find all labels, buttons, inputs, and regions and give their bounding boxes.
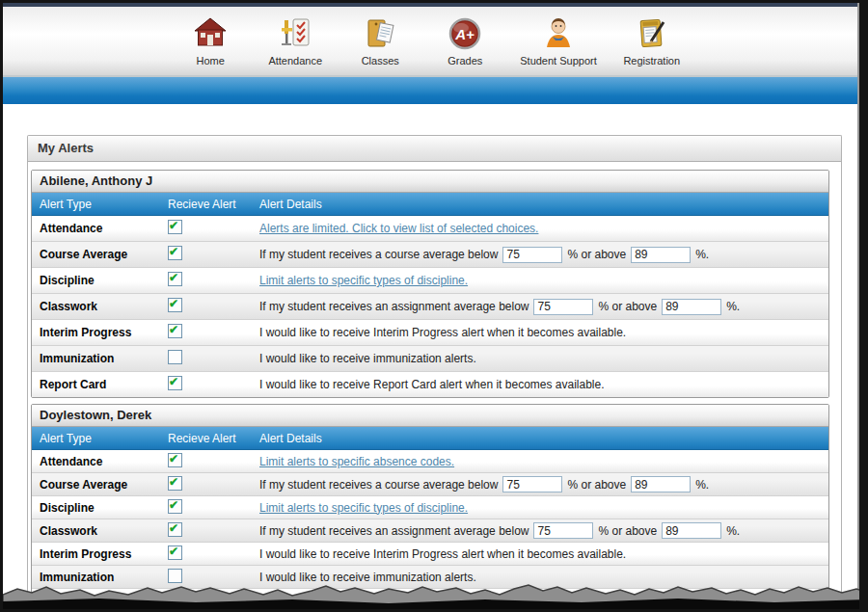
alert-details-column-header: Alert Details — [252, 198, 828, 211]
alert-details-cell: I would like to receive Interim Progress… — [252, 547, 828, 561]
alert-row: DisciplineLimit alerts to specific types… — [32, 496, 828, 519]
alert-detail-text: I would like to receive Interim Progress… — [259, 326, 626, 339]
alert-detail-link[interactable]: Limit alerts to specific types of discip… — [259, 501, 468, 515]
receive-alert-checkbox[interactable] — [168, 246, 182, 260]
nav-label: Attendance — [268, 55, 322, 67]
threshold-below-input[interactable] — [533, 299, 593, 315]
app-window: Home Attendance — [0, 0, 868, 612]
alert-detail-link[interactable]: Limit alerts to specific types of discip… — [259, 274, 468, 287]
receive-alert-checkbox[interactable] — [168, 324, 182, 338]
threshold-before-text: If my student receives an assignment ave… — [259, 300, 529, 313]
svg-text:A+: A+ — [454, 26, 475, 42]
receive-alert-cell — [160, 246, 252, 263]
student-name-header: Abilene, Anthony J — [32, 171, 828, 193]
alert-row: Course AverageIf my student receives a c… — [32, 473, 828, 496]
threshold-after-text: %. — [695, 248, 709, 261]
nav-item-grades[interactable]: A+ Grades — [435, 15, 495, 67]
alert-type-label: Discipline — [32, 274, 160, 287]
receive-alert-cell — [160, 350, 252, 367]
registration-icon — [634, 15, 670, 52]
threshold-below-input[interactable] — [533, 522, 593, 539]
alert-type-label: Interim Progress — [32, 547, 160, 561]
alert-details-column-header: Alert Details — [252, 432, 828, 445]
table-header-row: Alert TypeRecieve AlertAlert Details — [32, 427, 828, 450]
alert-details-cell: Limit alerts to specific absence codes. — [252, 455, 828, 468]
receive-alert-cell — [160, 476, 252, 493]
nav-label: Classes — [362, 55, 399, 67]
nav-label: Grades — [448, 55, 482, 67]
receive-alert-checkbox[interactable] — [168, 499, 182, 514]
alert-type-label: Discipline — [32, 501, 160, 515]
my-alerts-panel: My Alerts Abilene, Anthony JAlert TypeRe… — [27, 135, 842, 612]
alert-type-label: Attendance — [32, 455, 160, 468]
threshold-before-text: If my student receives a course average … — [259, 478, 498, 492]
threshold-below-input[interactable] — [502, 476, 562, 492]
alert-detail-text: I would like to receive Report Card aler… — [259, 378, 605, 391]
receive-alert-checkbox[interactable] — [168, 522, 182, 537]
alert-details-cell: I would like to receive immunization ale… — [252, 352, 828, 365]
nav-item-attendance[interactable]: Attendance — [265, 15, 325, 67]
page-title: My Alerts — [28, 136, 841, 162]
alert-row: Report CardI would like to receive Repor… — [32, 372, 828, 397]
threshold-above-input[interactable] — [662, 522, 721, 539]
receive-alert-checkbox[interactable] — [168, 376, 182, 390]
alert-detail-link[interactable]: Alerts are limited. Click to view list o… — [259, 222, 538, 235]
receive-alert-checkbox[interactable] — [168, 453, 182, 467]
receive-alert-checkbox[interactable] — [168, 545, 182, 560]
alert-details-cell: If my student receives an assignment ave… — [252, 522, 828, 539]
receive-alert-cell — [160, 272, 252, 289]
alert-details-cell: I would like to receive Report Card aler… — [252, 378, 828, 391]
blue-banner — [3, 75, 859, 104]
threshold-above-input[interactable] — [631, 247, 691, 263]
nav-label: Home — [197, 55, 225, 67]
alert-row: AttendanceAlerts are limited. Click to v… — [32, 216, 828, 242]
receive-alert-cell — [160, 522, 252, 540]
alert-details-cell: I would like to receive Interim Progress… — [252, 326, 828, 339]
threshold-below-input[interactable] — [502, 247, 562, 263]
receive-alert-checkbox[interactable] — [168, 298, 182, 312]
alert-details-cell: Limit alerts to specific types of discip… — [252, 501, 828, 515]
threshold-after-text: %. — [695, 478, 709, 492]
alert-type-label: Attendance — [32, 222, 160, 235]
receive-alert-checkbox[interactable] — [168, 476, 182, 491]
threshold-above-input[interactable] — [631, 476, 691, 492]
alert-type-label: Immunization — [32, 352, 160, 365]
receive-alert-cell — [160, 220, 252, 237]
receive-alert-checkbox[interactable] — [168, 220, 182, 234]
nav-item-home[interactable]: Home — [180, 15, 240, 67]
nav-item-student-support[interactable]: Student Support — [520, 15, 597, 67]
alert-type-label: Interim Progress — [32, 326, 160, 339]
alert-type-label: Report Card — [32, 378, 160, 391]
alert-row: Interim ProgressI would like to receive … — [32, 320, 828, 346]
torn-edge — [3, 580, 868, 609]
alert-row: ClassworkIf my student receives an assig… — [32, 519, 828, 543]
receive-alert-cell — [160, 376, 252, 393]
nav-item-classes[interactable]: Classes — [350, 15, 410, 67]
home-icon — [192, 15, 229, 52]
alert-row: ImmunizationI would like to receive immu… — [32, 346, 828, 372]
threshold-between-text: % or above — [598, 524, 657, 538]
top-navigation: Home Attendance — [3, 7, 859, 75]
table-header-row: Alert TypeRecieve AlertAlert Details — [32, 193, 828, 216]
alert-row: ClassworkIf my student receives an assig… — [32, 294, 828, 320]
nav-item-registration[interactable]: Registration — [622, 15, 682, 67]
nav-label: Student Support — [520, 55, 597, 67]
receive-alert-checkbox[interactable] — [168, 272, 182, 286]
alert-details-cell: Alerts are limited. Click to view list o… — [252, 222, 828, 235]
alert-detail-link[interactable]: Limit alerts to specific absence codes. — [259, 455, 454, 468]
alert-type-label: Classwork — [32, 300, 160, 313]
alert-type-column-header: Alert Type — [32, 198, 160, 211]
threshold-above-input[interactable] — [662, 299, 721, 315]
attendance-icon — [277, 15, 313, 52]
nav-label: Registration — [623, 55, 680, 67]
alert-detail-text: I would like to receive immunization ale… — [259, 352, 476, 365]
content-spacer — [3, 104, 859, 135]
alert-type-label: Course Average — [32, 478, 160, 492]
alert-type-label: Course Average — [32, 248, 160, 261]
threshold-between-text: % or above — [598, 300, 657, 313]
grades-icon: A+ — [447, 15, 483, 52]
student-section: Abilene, Anthony JAlert TypeRecieve Aler… — [31, 170, 829, 398]
threshold-after-text: %. — [726, 300, 740, 313]
receive-alert-cell — [160, 453, 252, 470]
receive-alert-checkbox[interactable] — [168, 350, 182, 364]
